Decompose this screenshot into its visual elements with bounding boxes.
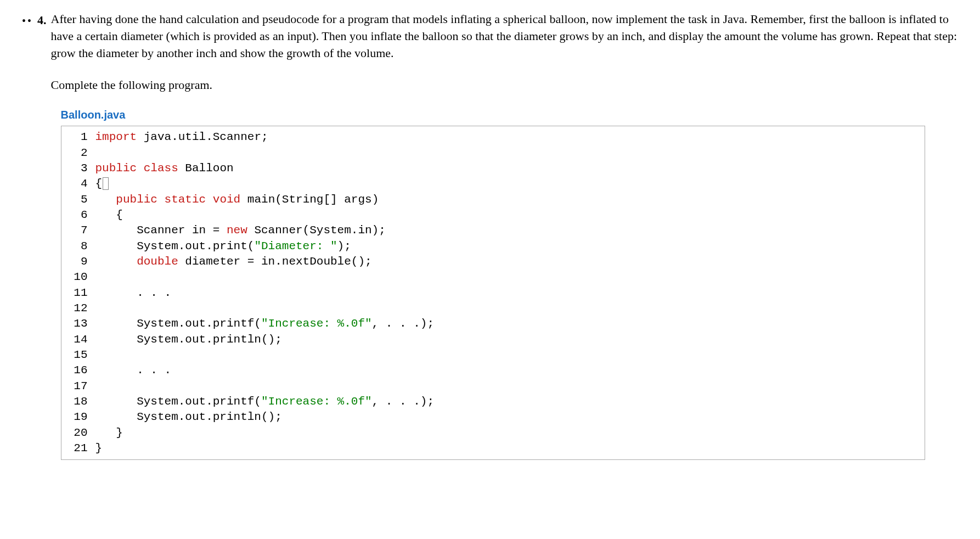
- line-content: System.out.println();: [95, 409, 925, 425]
- question-text: After having done the hand calculation a…: [51, 11, 958, 61]
- line-number: 10: [61, 270, 95, 285]
- line-content: public class Balloon: [95, 161, 925, 176]
- code-line: 15: [61, 347, 925, 363]
- line-content: [95, 145, 925, 161]
- line-number: 6: [61, 207, 95, 223]
- code-line: 9 double diameter = in.nextDouble();: [61, 254, 925, 270]
- code-line: 14 System.out.println();: [61, 332, 925, 347]
- code-line: 4{: [61, 176, 925, 192]
- line-content: System.out.println();: [95, 332, 925, 347]
- code-line: 8 System.out.print("Diameter: ");: [61, 239, 925, 254]
- line-content: System.out.printf("Increase: %.0f", . . …: [95, 316, 925, 332]
- line-content: import java.util.Scanner;: [95, 130, 925, 145]
- question-container: •• 4. After having done the hand calcula…: [22, 11, 958, 460]
- line-content: . . .: [95, 363, 925, 378]
- line-number: 19: [61, 409, 95, 425]
- code-line: 13 System.out.printf("Increase: %.0f", .…: [61, 316, 925, 332]
- code-block: 1import java.util.Scanner;2 3public clas…: [61, 126, 925, 460]
- line-content: . . .: [95, 285, 925, 301]
- difficulty-bullets: ••: [22, 11, 33, 460]
- line-number: 8: [61, 239, 95, 254]
- line-number: 1: [61, 130, 95, 145]
- code-line: 6 {: [61, 207, 925, 223]
- line-number: 21: [61, 441, 95, 456]
- line-content: System.out.print("Diameter: ");: [95, 239, 925, 254]
- line-number: 9: [61, 254, 95, 270]
- line-number: 14: [61, 332, 95, 347]
- line-content: System.out.printf("Increase: %.0f", . . …: [95, 394, 925, 409]
- line-content: {: [95, 207, 925, 223]
- code-line: 20 }: [61, 425, 925, 441]
- line-number: 5: [61, 192, 95, 207]
- line-number: 3: [61, 161, 95, 176]
- code-line: 19 System.out.println();: [61, 409, 925, 425]
- line-content: }: [95, 425, 925, 441]
- code-line: 2: [61, 145, 925, 161]
- code-line: 12: [61, 301, 925, 316]
- line-number: 12: [61, 301, 95, 316]
- line-content: public static void main(String[] args): [95, 192, 925, 207]
- code-line: 1import java.util.Scanner;: [61, 130, 925, 145]
- line-number: 7: [61, 223, 95, 238]
- line-number: 18: [61, 394, 95, 409]
- line-number: 17: [61, 379, 95, 394]
- line-content: [95, 379, 925, 394]
- code-line: 21}: [61, 441, 925, 456]
- code-line: 17: [61, 379, 925, 394]
- line-number: 4: [61, 176, 95, 192]
- code-line: 11 . . .: [61, 285, 925, 301]
- question-body: After having done the hand calculation a…: [51, 11, 958, 460]
- code-line: 3public class Balloon: [61, 161, 925, 176]
- line-content: [95, 301, 925, 316]
- line-content: {: [95, 176, 925, 192]
- line-number: 15: [61, 347, 95, 363]
- question-number: 4.: [37, 11, 47, 460]
- line-content: }: [95, 441, 925, 456]
- instruction-text: Complete the following program.: [51, 77, 958, 94]
- code-line: 10: [61, 270, 925, 285]
- line-content: [95, 270, 925, 285]
- code-line: 7 Scanner in = new Scanner(System.in);: [61, 223, 925, 238]
- line-content: [95, 347, 925, 363]
- line-number: 2: [61, 145, 95, 161]
- code-line: 18 System.out.printf("Increase: %.0f", .…: [61, 394, 925, 409]
- line-number: 11: [61, 285, 95, 301]
- line-number: 16: [61, 363, 95, 378]
- filename-label: Balloon.java: [61, 107, 958, 122]
- code-line: 16 . . .: [61, 363, 925, 378]
- line-number: 20: [61, 425, 95, 441]
- cursor-icon: [103, 177, 109, 190]
- line-content: Scanner in = new Scanner(System.in);: [95, 223, 925, 238]
- line-number: 13: [61, 316, 95, 332]
- code-line: 5 public static void main(String[] args): [61, 192, 925, 207]
- line-content: double diameter = in.nextDouble();: [95, 254, 925, 270]
